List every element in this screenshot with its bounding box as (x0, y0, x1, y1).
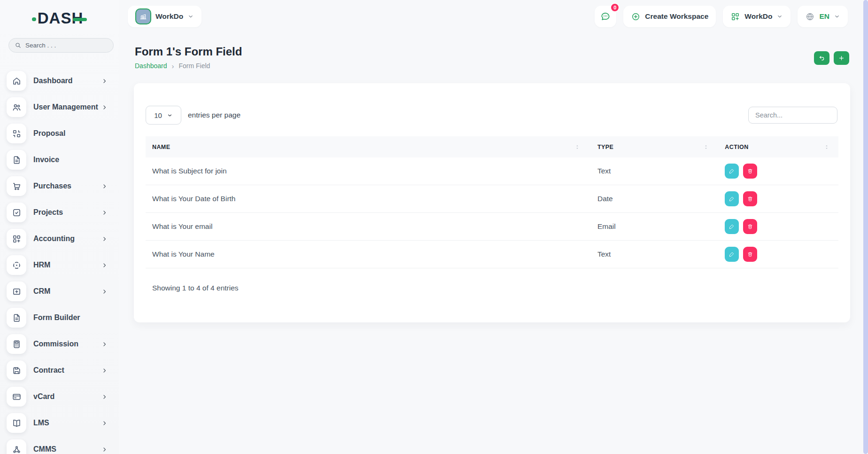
table-header-row: NAME TYPE ACTION (146, 136, 838, 157)
sidebar-item-label: Contract (33, 366, 64, 375)
sidebar-item-vcard[interactable]: vCard (7, 387, 112, 407)
edit-button[interactable] (725, 219, 739, 234)
table-search-input[interactable] (748, 107, 837, 124)
accounting-icon (7, 229, 26, 249)
chevron-down-icon (776, 13, 783, 20)
sidebar-item-label: LMS (33, 419, 49, 427)
hrm-icon (7, 255, 26, 275)
breadcrumb: Dashboard › Form Field (135, 62, 210, 70)
edit-button[interactable] (725, 164, 739, 179)
breadcrumb-current: Form Field (179, 62, 210, 70)
sidebar-item-cmms[interactable]: CMMS (7, 439, 112, 454)
sidebar-item-label: CMMS (33, 445, 56, 454)
delete-button[interactable] (743, 164, 757, 179)
cell-type: Email (589, 222, 718, 231)
search-icon (15, 42, 22, 49)
cart-icon (7, 176, 26, 196)
chevron-right-icon (101, 78, 108, 84)
breadcrumb-dashboard-link[interactable]: Dashboard (135, 62, 167, 70)
sidebar-item-user-management[interactable]: User Management (7, 97, 112, 117)
chevron-right-icon (101, 262, 108, 268)
commission-icon (7, 334, 26, 354)
back-button[interactable] (814, 51, 829, 65)
delete-button[interactable] (743, 191, 757, 206)
sidebar-item-projects[interactable]: Projects (7, 203, 112, 222)
chevron-right-icon (101, 183, 108, 189)
chat-icon (600, 11, 611, 22)
sort-icon[interactable] (823, 144, 830, 150)
sidebar-search[interactable] (8, 38, 114, 53)
sidebar-item-label: User Management (33, 103, 98, 111)
messages-button[interactable]: 0 (595, 6, 616, 27)
edit-button[interactable] (725, 247, 739, 262)
entries-control: 10 entries per page (146, 106, 240, 125)
breadcrumb-separator-icon: › (172, 63, 174, 70)
chevron-down-icon (167, 112, 173, 118)
language-dropdown[interactable]: EN (798, 6, 848, 27)
sidebar-item-dashboard[interactable]: Dashboard (7, 71, 112, 91)
sidebar-item-form-builder[interactable]: Form Builder (7, 308, 112, 328)
delete-button[interactable] (743, 219, 757, 234)
table-body: What is Subject for joinTextWhat is Your… (146, 157, 838, 268)
chevron-right-icon (101, 446, 108, 453)
chevron-down-icon (187, 13, 194, 20)
sort-icon[interactable] (574, 144, 581, 150)
users-icon (7, 97, 26, 117)
chevron-right-icon (101, 210, 108, 216)
brand-logo[interactable]: DASH (0, 10, 119, 26)
column-header-name[interactable]: NAME (146, 144, 589, 150)
sidebar-item-hrm[interactable]: HRM (7, 255, 112, 275)
chevron-right-icon (101, 104, 108, 110)
sidebar-item-contract[interactable]: Contract (7, 360, 112, 380)
trash-icon (747, 223, 753, 230)
edit-button[interactable] (725, 191, 739, 206)
pencil-icon (728, 223, 735, 230)
vcard-icon (7, 387, 26, 407)
add-form-field-button[interactable] (834, 51, 849, 65)
cell-type: Text (589, 250, 718, 258)
sidebar-item-commission[interactable]: Commission (7, 334, 112, 354)
form-fields-card: 10 entries per page NAME TYPE ACTION Wha… (134, 83, 850, 322)
sidebar-item-proposal[interactable]: Proposal (7, 124, 112, 143)
pencil-icon (728, 168, 735, 174)
workspace-dropdown[interactable]: WorkDo (723, 6, 790, 27)
form-builder-icon (7, 308, 26, 328)
sidebar-search-input[interactable] (25, 42, 108, 49)
cell-type: Date (589, 195, 718, 203)
sidebar-item-label: HRM (33, 261, 50, 269)
sidebar-item-label: CRM (33, 287, 50, 296)
grid-plus-icon (730, 12, 740, 22)
chevron-right-icon (101, 341, 108, 347)
page-scrollbar[interactable] (863, 0, 868, 454)
column-header-type[interactable]: TYPE (589, 144, 718, 150)
column-header-action[interactable]: ACTION (718, 144, 838, 150)
sidebar-item-lms[interactable]: LMS (7, 413, 112, 433)
workspace-switcher[interactable]: WorkDo (128, 6, 202, 27)
sidebar-item-purchases[interactable]: Purchases (7, 176, 112, 196)
create-workspace-button[interactable]: Create Workspace (623, 6, 716, 27)
sidebar: DASH DashboardUser ManagementProposalInv… (0, 0, 119, 454)
cell-name: What is Your email (146, 222, 589, 231)
sidebar-item-label: Form Builder (33, 313, 80, 322)
entries-per-page-select[interactable]: 10 (146, 106, 181, 125)
trash-icon (747, 251, 753, 258)
cell-actions (718, 191, 838, 206)
sort-icon[interactable] (703, 144, 709, 150)
sidebar-menu: DashboardUser ManagementProposalInvoiceP… (0, 71, 119, 454)
sidebar-item-label: vCard (33, 392, 54, 401)
chevron-right-icon (101, 236, 108, 242)
contract-icon (7, 360, 26, 380)
sidebar-item-invoice[interactable]: Invoice (7, 150, 112, 170)
sidebar-item-label: Purchases (33, 182, 71, 190)
cell-actions (718, 247, 838, 262)
globe-icon (805, 12, 815, 22)
chevron-right-icon (101, 420, 108, 426)
delete-button[interactable] (743, 247, 757, 262)
entries-per-page-label: entries per page (188, 111, 240, 119)
cmms-icon (7, 439, 26, 454)
sidebar-item-crm[interactable]: CRM (7, 282, 112, 301)
sidebar-item-accounting[interactable]: Accounting (7, 229, 112, 249)
sidebar-item-label: Accounting (33, 235, 75, 243)
crm-icon (7, 282, 26, 301)
cell-name: What is Subject for join (146, 167, 589, 175)
